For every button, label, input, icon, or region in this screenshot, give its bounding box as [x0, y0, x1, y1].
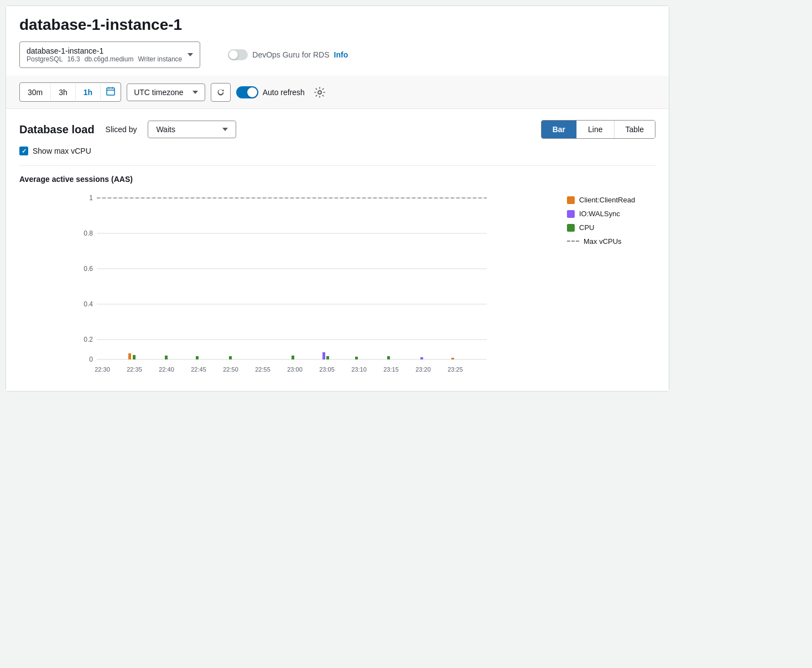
- legend-label-maxvcpu: Max vCPUs: [584, 237, 622, 246]
- type-label: db.c6gd.medium: [85, 55, 134, 63]
- refresh-button[interactable]: [211, 83, 231, 102]
- svg-text:0.2: 0.2: [84, 336, 93, 343]
- show-vcpu-row: Show max vCPU: [19, 147, 655, 155]
- svg-rect-38: [451, 358, 454, 359]
- legend-color-client: [567, 196, 575, 204]
- svg-text:22:30: 22:30: [95, 366, 110, 373]
- svg-text:23:20: 23:20: [415, 366, 431, 373]
- role-label: Writer instance: [138, 55, 182, 63]
- auto-refresh-section: Auto refresh: [236, 86, 305, 98]
- svg-rect-33: [322, 352, 325, 359]
- view-table-button[interactable]: Table: [615, 121, 655, 138]
- svg-text:23:15: 23:15: [383, 366, 399, 373]
- legend-color-cpu: [567, 224, 575, 232]
- svg-text:1: 1: [89, 194, 93, 202]
- svg-rect-0: [107, 88, 114, 95]
- svg-text:23:10: 23:10: [351, 366, 367, 373]
- main-content: Database load Sliced by Waits Bar Line T…: [6, 109, 669, 391]
- version-label: 16.3: [67, 55, 80, 63]
- time-period-group: 30m 3h 1h: [19, 82, 121, 102]
- svg-text:0.4: 0.4: [84, 300, 93, 308]
- page-header: database-1-instance-1 database-1-instanc…: [6, 6, 669, 76]
- view-bar-button[interactable]: Bar: [542, 121, 577, 138]
- svg-rect-29: [165, 356, 168, 359]
- svg-text:0: 0: [89, 356, 93, 363]
- svg-text:23:25: 23:25: [447, 366, 463, 373]
- svg-rect-27: [128, 353, 131, 359]
- view-line-button[interactable]: Line: [577, 121, 614, 138]
- view-toggle-group: Bar Line Table: [541, 120, 655, 139]
- svg-text:22:40: 22:40: [159, 366, 174, 373]
- chart-container: 1 0.8 0.6 0.4 0.2 0: [19, 190, 655, 380]
- section-header: Database load Sliced by Waits Bar Line T…: [19, 120, 655, 139]
- devops-guru-toggle[interactable]: [228, 49, 248, 60]
- svg-text:23:05: 23:05: [319, 366, 335, 373]
- svg-text:22:55: 22:55: [255, 366, 270, 373]
- auto-refresh-toggle[interactable]: [236, 86, 258, 98]
- show-vcpu-checkbox[interactable]: [19, 147, 28, 155]
- main-container: database-1-instance-1 database-1-instanc…: [6, 6, 669, 392]
- legend-dash-maxvcpu: [567, 241, 579, 242]
- instance-name: database-1-instance-1: [27, 46, 182, 55]
- instance-selector[interactable]: database-1-instance-1 PostgreSQL 16.3 db…: [19, 41, 200, 68]
- info-link[interactable]: Info: [334, 50, 348, 59]
- time-3h-button[interactable]: 3h: [51, 84, 76, 101]
- chevron-down-icon: [188, 53, 193, 56]
- sliced-by-selector[interactable]: Waits: [148, 121, 236, 138]
- legend-client-clientread: Client:ClientRead: [567, 196, 655, 204]
- timezone-selector[interactable]: UTC timezone: [127, 84, 205, 101]
- svg-rect-32: [292, 356, 294, 359]
- svg-rect-36: [387, 356, 390, 359]
- legend-label-cpu: CPU: [579, 223, 594, 232]
- timezone-chevron-icon: [192, 91, 198, 94]
- devops-guru-label: DevOps Guru for RDS: [252, 50, 329, 59]
- chart-svg: 1 0.8 0.6 0.4 0.2 0: [19, 190, 556, 378]
- auto-refresh-label: Auto refresh: [263, 88, 305, 97]
- time-30m-button[interactable]: 30m: [20, 84, 51, 101]
- sliced-chevron-icon: [222, 128, 228, 131]
- svg-text:0.8: 0.8: [84, 229, 93, 237]
- legend-label-wal: IO:WALSync: [579, 210, 620, 218]
- svg-text:23:00: 23:00: [287, 366, 303, 373]
- chart-section: Average active sessions (AAS) 1 0.8 0.6 …: [19, 165, 655, 380]
- toggle-knob: [229, 50, 238, 59]
- sliced-by-label: Sliced by: [106, 125, 137, 134]
- sliced-by-value: Waits: [156, 125, 175, 134]
- legend-cpu: CPU: [567, 223, 655, 232]
- instance-meta: PostgreSQL 16.3 db.c6gd.medium Writer in…: [27, 55, 182, 63]
- settings-button[interactable]: [310, 83, 329, 102]
- svg-text:0.6: 0.6: [84, 265, 93, 273]
- chart-title: Average active sessions (AAS): [19, 175, 655, 184]
- legend-label-client: Client:ClientRead: [579, 196, 635, 204]
- page-title: database-1-instance-1: [19, 16, 655, 34]
- chart-legend: Client:ClientRead IO:WALSync CPU Max vCP…: [567, 190, 655, 380]
- svg-rect-28: [133, 355, 136, 359]
- instance-info: database-1-instance-1 PostgreSQL 16.3 db…: [27, 46, 182, 63]
- svg-rect-35: [355, 357, 358, 359]
- svg-rect-31: [229, 356, 232, 359]
- legend-color-wal: [567, 210, 575, 218]
- legend-max-vcpus: Max vCPUs: [567, 237, 655, 246]
- devops-guru-section: DevOps Guru for RDS Info: [228, 49, 348, 60]
- svg-text:22:50: 22:50: [223, 366, 238, 373]
- calendar-button[interactable]: [101, 83, 121, 101]
- timezone-label: UTC timezone: [134, 88, 183, 97]
- time-1h-button[interactable]: 1h: [76, 84, 101, 101]
- time-toolbar: 30m 3h 1h UTC timezone Au: [6, 76, 669, 109]
- svg-rect-37: [420, 357, 423, 359]
- svg-text:22:35: 22:35: [127, 366, 142, 373]
- svg-text:22:45: 22:45: [191, 366, 206, 373]
- legend-io-walsync: IO:WALSync: [567, 210, 655, 218]
- engine-label: PostgreSQL: [27, 55, 63, 63]
- auto-refresh-knob: [247, 87, 257, 97]
- svg-rect-34: [326, 356, 329, 359]
- show-vcpu-label: Show max vCPU: [33, 147, 91, 155]
- chart-area: 1 0.8 0.6 0.4 0.2 0: [19, 190, 556, 380]
- db-load-title: Database load: [19, 123, 95, 136]
- svg-point-1: [318, 91, 321, 94]
- svg-rect-30: [196, 356, 199, 359]
